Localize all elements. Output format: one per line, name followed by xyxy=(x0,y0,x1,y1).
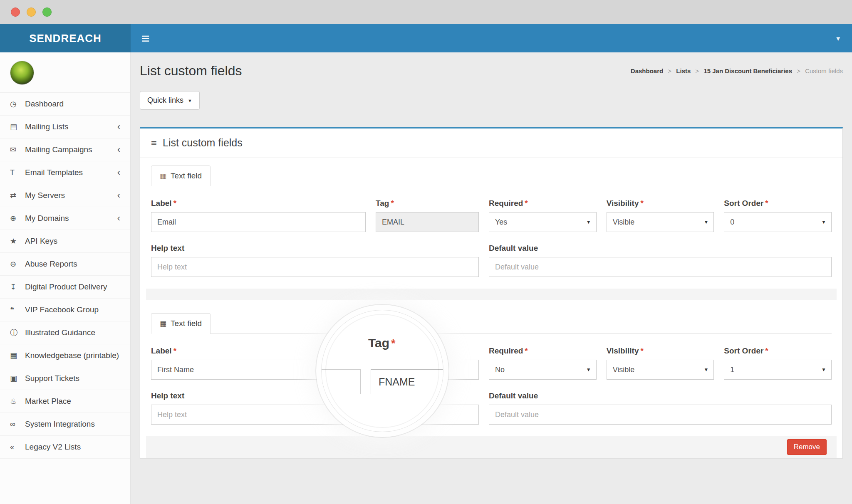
hamburger-icon[interactable]: ≡ xyxy=(141,31,150,45)
default-value-input[interactable] xyxy=(489,405,832,425)
caret-down-icon: ▼ xyxy=(586,367,591,373)
app-window: SENDREACH ≡ ▼ ◷ Dashboard ▤ Mailing List… xyxy=(0,0,852,504)
chevron-left-icon: ‹ xyxy=(117,168,120,177)
envelope-icon: ✉ xyxy=(10,145,25,154)
sidebar-item-api-keys[interactable]: ★ API Keys xyxy=(0,230,130,253)
breadcrumb: Dashboard > Lists > 15 Jan Discount Bene… xyxy=(631,67,843,74)
field-group-email: ▦ Text field Label* Tag* xyxy=(146,165,837,277)
star-icon: ★ xyxy=(10,237,25,246)
caret-down-icon: ▼ xyxy=(586,219,591,225)
caret-down-icon: ▼ xyxy=(821,219,826,225)
group-divider xyxy=(146,289,837,300)
magnified-label-input-edge xyxy=(322,369,361,394)
caret-down-icon: ▼ xyxy=(188,98,192,103)
minimize-window-button[interactable] xyxy=(27,7,36,17)
default-value-input[interactable] xyxy=(489,257,832,277)
sidebar-item-market-place[interactable]: ♨ Market Place xyxy=(0,390,130,413)
sidebar-item-knowledgebase[interactable]: ▦ Knowledgebase (printable) xyxy=(0,344,130,367)
page-title: List custom fields xyxy=(140,63,242,79)
default-value-label: Default value xyxy=(489,391,832,400)
sidebar-item-support-tickets[interactable]: ▣ Support Tickets xyxy=(0,367,130,390)
tag-field-label: Tag* xyxy=(376,199,479,208)
sort-order-field-label: Sort Order* xyxy=(724,199,832,208)
tab-text-field[interactable]: ▦ Text field xyxy=(151,313,211,334)
list-icon: ≡ xyxy=(151,137,157,149)
sidebar-item-email-templates[interactable]: T Email Templates ‹ xyxy=(0,161,130,184)
transfer-icon: ⇄ xyxy=(10,191,25,200)
caret-down-icon: ▼ xyxy=(703,367,708,373)
sort-order-select[interactable]: 0 ▼ xyxy=(724,212,832,232)
panel-title: List custom fields xyxy=(163,137,243,149)
list-icon: ▤ xyxy=(10,122,25,131)
remove-button[interactable]: Remove xyxy=(787,439,827,455)
main-content: List custom fields Dashboard > Lists > 1… xyxy=(131,52,852,504)
text-icon: T xyxy=(10,168,25,177)
breadcrumb-list-name[interactable]: 15 Jan Discount Beneficiaries xyxy=(703,67,792,74)
ban-icon: ⊖ xyxy=(10,259,25,269)
file-icon: ▣ xyxy=(10,374,25,383)
sidebar-item-mailing-lists[interactable]: ▤ Mailing Lists ‹ xyxy=(0,116,130,138)
close-window-button[interactable] xyxy=(11,7,20,17)
sidebar-item-illustrated-guidance[interactable]: ⓘ Illustrated Guidance xyxy=(0,321,130,344)
quick-links-button[interactable]: Quick links ▼ xyxy=(140,91,200,110)
chevron-left-icon: ‹ xyxy=(117,145,120,154)
fire-icon: ♨ xyxy=(10,397,25,406)
field-group-first-name: ▦ Text field Label* Tag* xyxy=(146,313,837,425)
download-icon: ↧ xyxy=(10,282,25,292)
magnifier-lens: Tag* xyxy=(322,310,443,432)
brand-logo[interactable]: SENDREACH xyxy=(0,24,131,52)
required-select[interactable]: Yes ▼ xyxy=(489,212,597,232)
breadcrumb-lists[interactable]: Lists xyxy=(676,67,691,74)
sidebar-item-dashboard[interactable]: ◷ Dashboard xyxy=(0,93,130,116)
comment-icon: ❝ xyxy=(10,305,25,314)
required-select[interactable]: No ▼ xyxy=(489,360,597,380)
sidebar-item-legacy-v2-lists[interactable]: « Legacy V2 Lists xyxy=(0,436,130,459)
visibility-select[interactable]: Visible ▼ xyxy=(607,212,714,232)
group-footer: Remove xyxy=(146,436,837,458)
zoom-window-button[interactable] xyxy=(42,7,52,17)
window-title-bar xyxy=(0,0,852,24)
help-text-label: Help text xyxy=(151,244,479,253)
chevron-left-icon: « xyxy=(10,443,25,452)
tab-text-field[interactable]: ▦ Text field xyxy=(151,166,211,186)
required-field-label: Required* xyxy=(489,199,597,208)
table-icon: ▦ xyxy=(160,319,166,328)
visibility-select[interactable]: Visible ▼ xyxy=(607,360,714,380)
label-input[interactable] xyxy=(151,212,366,232)
default-value-label: Default value xyxy=(489,244,832,253)
magnified-tag-input[interactable] xyxy=(371,369,443,394)
sidebar-item-my-servers[interactable]: ⇄ My Servers ‹ xyxy=(0,184,130,207)
avatar-wrap xyxy=(0,52,130,92)
sort-order-field-label: Sort Order* xyxy=(724,346,832,356)
breadcrumb-dashboard[interactable]: Dashboard xyxy=(631,67,663,74)
required-field-label: Required* xyxy=(489,346,597,356)
sort-order-select[interactable]: 1 ▼ xyxy=(724,360,832,380)
avatar[interactable] xyxy=(10,61,34,85)
tag-input[interactable] xyxy=(376,212,479,232)
sidebar-menu: ◷ Dashboard ▤ Mailing Lists ‹ ✉ Mailing … xyxy=(0,92,130,459)
chevron-left-icon: ‹ xyxy=(117,214,120,223)
grid-icon: ▦ xyxy=(10,351,25,360)
info-icon: ⓘ xyxy=(10,328,25,338)
table-icon: ▦ xyxy=(160,172,166,180)
sidebar-item-abuse-reports[interactable]: ⊖ Abuse Reports xyxy=(0,253,130,276)
list-custom-fields-panel: ≡ List custom fields ▦ Text field xyxy=(140,127,843,458)
app-header: SENDREACH ≡ ▼ xyxy=(0,24,852,52)
sidebar-item-vip-facebook-group[interactable]: ❝ VIP Facebook Group xyxy=(0,299,130,321)
visibility-field-label: Visibility* xyxy=(607,346,714,356)
sidebar-item-system-integrations[interactable]: ∞ System Integrations xyxy=(0,413,130,436)
navbar: ≡ ▼ xyxy=(131,24,852,52)
sidebar-item-digital-product-delivery[interactable]: ↧ Digital Product Delivery xyxy=(0,276,130,299)
sidebar: ◷ Dashboard ▤ Mailing Lists ‹ ✉ Mailing … xyxy=(0,52,131,504)
caret-down-icon: ▼ xyxy=(821,367,826,373)
chevron-left-icon: ‹ xyxy=(117,122,120,131)
link-icon: ∞ xyxy=(10,420,25,429)
sidebar-item-mailing-campaigns[interactable]: ✉ Mailing Campaigns ‹ xyxy=(0,138,130,161)
magnified-tag-label: Tag* xyxy=(368,336,396,350)
sidebar-item-my-domains[interactable]: ⊕ My Domains ‹ xyxy=(0,207,130,230)
user-menu-caret-down-icon[interactable]: ▼ xyxy=(835,35,841,42)
help-text-input[interactable] xyxy=(151,257,479,277)
gauge-icon: ◷ xyxy=(10,99,25,109)
caret-down-icon: ▼ xyxy=(703,219,708,225)
breadcrumb-current: Custom fields xyxy=(805,67,843,74)
